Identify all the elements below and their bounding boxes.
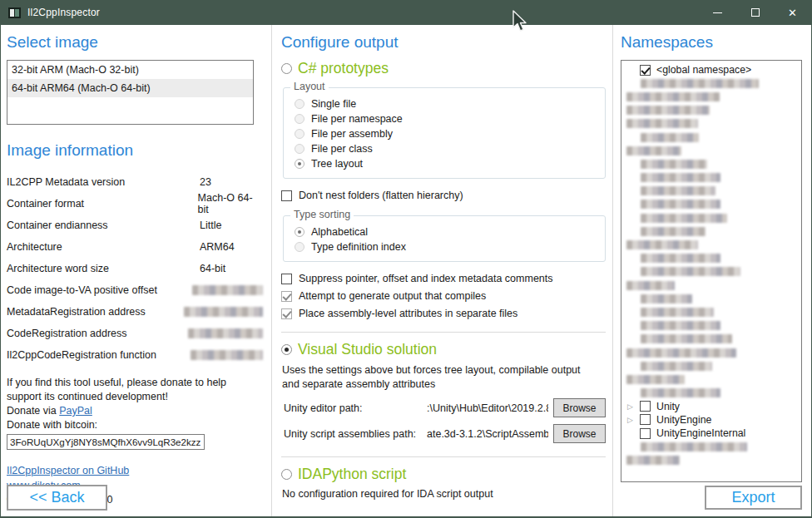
redacted-value	[641, 388, 720, 397]
redacted-value	[641, 334, 732, 343]
app-window: Il2CppInspector ✕ Select image 32-bit AR…	[0, 0, 812, 518]
info-label: Container format	[7, 198, 198, 210]
info-label: Container endianness	[7, 220, 200, 231]
unity-script-path-label: Unity script assemblies path:	[284, 428, 427, 440]
redacted-namespace-row	[625, 157, 801, 170]
idapython-description: No configuration required for IDA script…	[282, 488, 607, 500]
unity-editor-path-label: Unity editor path:	[284, 402, 427, 414]
info-label: IL2CPP Metadata version	[7, 176, 200, 188]
redacted-value	[641, 362, 712, 371]
expander-icon[interactable]: ▷	[625, 416, 640, 424]
redacted-namespace-row	[625, 211, 801, 224]
redacted-value	[641, 254, 720, 263]
radio-circle	[295, 227, 304, 237]
unity-editor-path-value[interactable]: :\Unity\Hub\Editor\2019.2.8f1	[427, 402, 548, 414]
namespace-checkbox[interactable]	[640, 65, 651, 76]
radio-option[interactable]: Alphabetical	[295, 224, 598, 239]
paypal-link[interactable]: PayPal	[59, 405, 92, 417]
bitcoin-address-field[interactable]	[7, 434, 205, 450]
unity-editor-browse-button[interactable]: Browse	[553, 398, 606, 417]
maximize-button[interactable]	[736, 0, 774, 25]
redacted-value	[641, 227, 706, 236]
info-value: ARM64	[200, 241, 235, 253]
image-listbox[interactable]: 32-bit ARM (Mach-O 32-bit)64-bit ARM64 (…	[7, 60, 254, 125]
unity-script-path-value[interactable]: ate.3d-3.1.2\ScriptAssemblies	[427, 428, 548, 440]
redacted-namespace-row	[625, 305, 801, 318]
redacted-value	[641, 294, 692, 303]
output-checkbox[interactable]: Attempt to generate output that compiles	[281, 288, 607, 304]
radio-option[interactable]: Single file	[295, 96, 598, 111]
layout-caption: Layout	[290, 81, 329, 92]
radio-option[interactable]: Type definition index	[295, 239, 598, 254]
csharp-prototypes-label: C# prototypes	[298, 60, 389, 77]
info-label: Architecture word size	[7, 263, 200, 274]
redacted-namespace-row	[625, 453, 801, 466]
namespaces-tree[interactable]: <global namespace>▷Unity▷UnityEngineUnit…	[621, 60, 802, 482]
output-checkbox[interactable]: Place assembly-level attributes in separ…	[281, 305, 607, 322]
redacted-namespace-row	[625, 76, 801, 90]
redacted-value	[641, 214, 727, 223]
info-row: Container formatMach-O 64-bit	[7, 193, 263, 215]
csharp-prototypes-radio[interactable]: C# prototypes	[281, 60, 607, 77]
idapython-label: IDAPython script	[298, 466, 406, 483]
visual-studio-radio-circle	[281, 344, 292, 355]
namespace-checkbox[interactable]	[640, 414, 651, 425]
github-link[interactable]: Il2CppInspector on GitHub	[7, 465, 129, 476]
namespace-item[interactable]: ▷UnityEngine	[625, 413, 801, 427]
expander-icon[interactable]: ▷	[625, 402, 640, 411]
dont-nest-checkbox[interactable]: Don't nest folders (flatten hierarchy)	[281, 187, 607, 204]
minimize-button[interactable]	[699, 0, 736, 25]
info-value: Mach-O 64-bit	[198, 192, 263, 215]
type-sorting-options: AlphabeticalType definition index	[290, 224, 598, 254]
radio-option[interactable]: File per assembly	[295, 126, 598, 141]
select-image-panel: Select image 32-bit ARM (Mach-O 32-bit)6…	[1, 25, 272, 516]
radio-circle	[295, 144, 304, 154]
info-label: Code image-to-VA positive offset	[7, 284, 192, 296]
redacted-value	[626, 106, 710, 115]
redacted-namespace-row	[625, 333, 801, 346]
radio-option[interactable]: File per class	[295, 141, 598, 156]
radio-circle	[295, 129, 304, 139]
visual-studio-radio[interactable]: Visual Studio solution	[281, 341, 607, 358]
redacted-value	[641, 308, 714, 317]
redacted-value	[626, 281, 675, 290]
namespaces-header: Namespaces	[621, 33, 803, 52]
namespace-item[interactable]: <global namespace>	[625, 63, 801, 76]
namespace-checkbox[interactable]	[640, 401, 651, 412]
configure-output-panel: Configure output C# prototypes Layout Si…	[272, 25, 613, 516]
unity-script-browse-button[interactable]: Browse	[553, 424, 606, 443]
export-button[interactable]: Export	[705, 486, 802, 510]
image-list-item[interactable]: 32-bit ARM (Mach-O 32-bit)	[7, 61, 253, 79]
namespace-checkbox[interactable]	[640, 428, 651, 439]
redacted-value	[192, 285, 263, 295]
layout-options: Single fileFile per namespaceFile per as…	[290, 96, 598, 171]
redacted-namespace-row	[625, 319, 801, 333]
close-button[interactable]: ✕	[774, 0, 811, 25]
checkbox-box	[281, 291, 292, 302]
checkbox-label: Place assembly-level attributes in separ…	[299, 308, 517, 319]
radio-label: File per namespace	[311, 113, 403, 125]
image-list-item[interactable]: 64-bit ARM64 (Mach-O 64-bit)	[7, 79, 253, 97]
unity-editor-path-row: Unity editor path: :\Unity\Hub\Editor\20…	[284, 398, 607, 417]
radio-circle	[295, 99, 304, 109]
namespace-label: <global namespace>	[656, 64, 751, 76]
output-checkbox[interactable]: Suppress pointer, offset and index metad…	[281, 270, 607, 287]
info-row: IL2CPP Metadata version23	[7, 171, 263, 193]
type-sorting-groupbox: Type sorting AlphabeticalType definition…	[283, 215, 606, 262]
layout-groupbox: Layout Single fileFile per namespaceFile…	[283, 87, 606, 179]
radio-option[interactable]: File per namespace	[295, 111, 598, 126]
redacted-namespace-row	[625, 292, 801, 305]
namespace-item[interactable]: UnityEngineInternal	[625, 427, 801, 440]
redacted-value	[641, 267, 740, 276]
redacted-value	[188, 328, 263, 338]
idapython-radio[interactable]: IDAPython script	[281, 466, 607, 483]
configure-output-header: Configure output	[281, 33, 607, 52]
radio-label: Tree layout	[311, 158, 363, 170]
back-button[interactable]: << Back	[7, 485, 107, 511]
visual-studio-description: Uses the settings above but forces tree …	[282, 363, 598, 392]
redacted-value	[626, 119, 698, 128]
visual-studio-label: Visual Studio solution	[298, 341, 437, 358]
radio-option[interactable]: Tree layout	[295, 156, 598, 171]
redacted-value	[641, 133, 699, 142]
namespace-item[interactable]: ▷Unity	[625, 400, 801, 413]
